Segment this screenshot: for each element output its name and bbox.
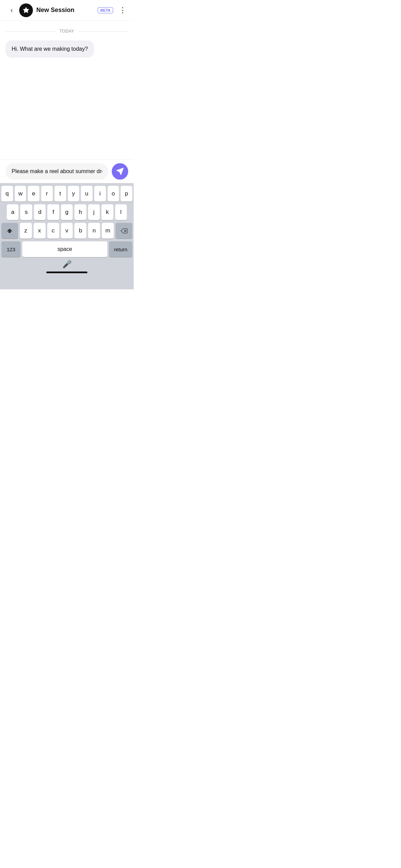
key-o[interactable]: o: [108, 186, 119, 202]
key-j[interactable]: j: [88, 204, 100, 220]
key-d[interactable]: d: [34, 204, 46, 220]
beta-badge: BETA: [98, 7, 113, 13]
key-numbers[interactable]: 123: [1, 241, 21, 257]
chat-area: TODAY Hi. What are we making today?: [0, 21, 134, 161]
app-header: ‹ New Session BETA ⋮: [0, 0, 134, 21]
key-x[interactable]: x: [34, 223, 46, 239]
key-i[interactable]: i: [94, 186, 106, 202]
key-w[interactable]: w: [15, 186, 26, 202]
more-icon: ⋮: [119, 6, 126, 15]
date-label: TODAY: [56, 29, 78, 34]
message-input[interactable]: [5, 163, 108, 180]
key-p[interactable]: p: [121, 186, 132, 202]
session-title: New Session: [36, 7, 98, 14]
key-q[interactable]: q: [1, 186, 13, 202]
keyboard: q w e r t y u i o p a s d f g h j k l z …: [0, 183, 134, 289]
key-r[interactable]: r: [41, 186, 53, 202]
key-t[interactable]: t: [54, 186, 66, 202]
delete-icon: [121, 228, 127, 233]
keyboard-row-3: z x c v b n m: [1, 223, 132, 239]
key-m[interactable]: m: [102, 223, 114, 239]
date-divider: TODAY: [5, 29, 128, 34]
message-bubble: Hi. What are we making today?: [5, 40, 94, 58]
key-k[interactable]: k: [101, 204, 113, 220]
key-h[interactable]: h: [74, 204, 86, 220]
key-shift[interactable]: [1, 223, 18, 239]
date-line-left: [5, 31, 56, 32]
key-v[interactable]: v: [61, 223, 73, 239]
app-logo-icon: [22, 6, 30, 14]
key-b[interactable]: b: [74, 223, 86, 239]
mic-area: 🎤: [1, 258, 132, 272]
send-icon: [116, 168, 124, 175]
back-icon: ‹: [11, 6, 13, 14]
date-line-right: [78, 31, 128, 32]
key-g[interactable]: g: [61, 204, 73, 220]
key-c[interactable]: c: [47, 223, 59, 239]
shift-icon: [7, 228, 13, 234]
message-text: Hi. What are we making today?: [12, 46, 88, 52]
input-area: [0, 159, 134, 183]
mic-icon[interactable]: 🎤: [62, 260, 72, 269]
key-f[interactable]: f: [47, 204, 59, 220]
send-button[interactable]: [112, 163, 128, 180]
key-y[interactable]: y: [68, 186, 80, 202]
home-bar: [46, 272, 87, 273]
key-s[interactable]: s: [20, 204, 32, 220]
key-l[interactable]: l: [115, 204, 127, 220]
key-e[interactable]: e: [28, 186, 39, 202]
key-space[interactable]: space: [22, 241, 107, 257]
more-button[interactable]: ⋮: [117, 5, 128, 16]
keyboard-bottom-row: 123 space return: [1, 241, 132, 257]
keyboard-row-2: a s d f g h j k l: [1, 204, 132, 220]
back-button[interactable]: ‹: [5, 4, 18, 16]
app-logo: [19, 3, 33, 17]
key-z[interactable]: z: [20, 223, 32, 239]
key-n[interactable]: n: [88, 223, 100, 239]
key-delete[interactable]: [116, 223, 132, 239]
key-u[interactable]: u: [81, 186, 93, 202]
key-a[interactable]: a: [7, 204, 19, 220]
key-return[interactable]: return: [109, 241, 132, 257]
keyboard-row-1: q w e r t y u i o p: [1, 186, 132, 202]
